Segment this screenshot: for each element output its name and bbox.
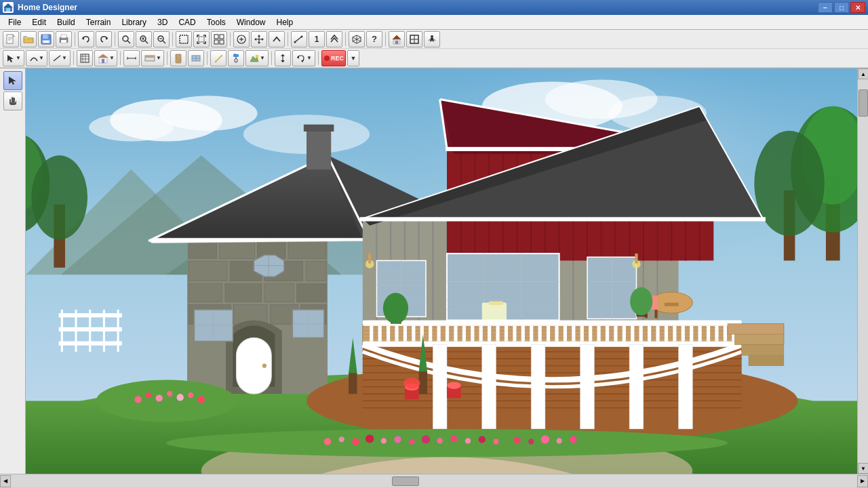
svg-rect-263 — [446, 326, 449, 342]
svg-point-321 — [146, 392, 151, 398]
minimize-button[interactable]: − — [818, 2, 833, 13]
h-scroll-right-arrow[interactable]: ▶ — [857, 475, 868, 487]
h-scroll-thumb[interactable] — [392, 476, 419, 486]
add-button[interactable] — [233, 31, 250, 47]
paint-button[interactable] — [228, 50, 244, 66]
svg-rect-31 — [220, 35, 224, 39]
door-button[interactable] — [170, 50, 186, 66]
svg-rect-258 — [403, 326, 407, 342]
menu-terrain[interactable]: Terrain — [81, 16, 117, 28]
fit-button[interactable] — [193, 31, 210, 47]
pan-button[interactable] — [251, 31, 267, 47]
select-box-button[interactable] — [176, 31, 192, 47]
line-button[interactable] — [291, 31, 307, 47]
menu-file[interactable]: File — [3, 16, 26, 28]
room-button[interactable]: ▼ — [94, 50, 117, 66]
svg-point-110 — [31, 155, 87, 239]
hand-button[interactable] — [3, 92, 22, 110]
canvas-scrollbar: ▲ ▼ — [857, 68, 868, 474]
scroll-down-arrow[interactable]: ▼ — [858, 463, 868, 474]
wall-button[interactable]: ▼ — [141, 50, 164, 66]
svg-rect-28 — [180, 35, 188, 43]
elevation-button[interactable] — [275, 50, 291, 66]
svg-rect-138 — [264, 284, 294, 302]
search-button[interactable] — [118, 31, 134, 47]
scroll-up-arrow[interactable]: ▲ — [858, 68, 868, 79]
zoom-fit-button[interactable] — [211, 31, 227, 47]
select-tool-button[interactable]: ▼ — [3, 50, 24, 66]
menu-3d[interactable]: 3D — [152, 16, 173, 28]
up-arrow-button[interactable] — [269, 31, 285, 47]
3d-view-button[interactable] — [349, 31, 365, 47]
menu-build[interactable]: Build — [52, 16, 81, 28]
window-button[interactable] — [188, 50, 204, 66]
menu-library[interactable]: Library — [116, 16, 152, 28]
menu-help[interactable]: Help — [271, 16, 298, 28]
svg-rect-123 — [59, 342, 122, 346]
svg-marker-87 — [297, 56, 299, 59]
arc-tool-button[interactable]: ▼ — [26, 50, 47, 66]
svg-point-326 — [198, 396, 205, 403]
svg-rect-149 — [194, 310, 233, 342]
svg-point-335 — [366, 434, 374, 443]
svg-rect-16 — [60, 39, 62, 40]
toolbar-area: 1 ? ▼ ▼ — [0, 30, 868, 68]
app-icon — [3, 2, 14, 13]
terrain-button[interactable]: ▼ — [245, 50, 269, 66]
redo-button[interactable] — [96, 31, 112, 47]
line-tool-button[interactable]: ▼ — [49, 50, 71, 66]
title-bar: Home Designer − □ ✕ — [0, 0, 868, 15]
h-scroll-left-arrow[interactable]: ◀ — [0, 475, 11, 487]
zoom-out-button[interactable] — [153, 31, 170, 47]
svg-rect-287 — [648, 326, 651, 342]
menu-edit[interactable]: Edit — [26, 16, 52, 28]
svg-marker-90 — [9, 77, 16, 85]
menu-cad[interactable]: CAD — [173, 16, 201, 28]
svg-rect-268 — [488, 326, 491, 342]
rotate-button[interactable]: ▼ — [292, 50, 315, 66]
close-button[interactable]: ✕ — [850, 2, 865, 13]
record-button[interactable]: REC — [321, 50, 346, 66]
undo-button[interactable] — [78, 31, 94, 47]
menu-window[interactable]: Window — [231, 16, 271, 28]
svg-rect-9 — [43, 35, 48, 39]
svg-rect-132 — [189, 262, 227, 281]
maximize-button[interactable]: □ — [834, 2, 849, 13]
svg-marker-1 — [3, 3, 13, 7]
svg-rect-254 — [370, 326, 373, 342]
save-button[interactable] — [38, 31, 54, 47]
open-button[interactable] — [20, 31, 37, 47]
menu-tools[interactable]: Tools — [201, 16, 231, 28]
svg-point-42 — [294, 41, 296, 43]
svg-line-59 — [54, 56, 60, 61]
svg-rect-291 — [682, 326, 685, 342]
svg-rect-279 — [580, 326, 584, 342]
rec-dropdown-button[interactable]: ▼ — [347, 50, 359, 66]
draw-button[interactable] — [210, 50, 226, 66]
svg-rect-15 — [61, 40, 66, 43]
num1-button[interactable]: 1 — [309, 31, 325, 47]
main-area: ▲ ▼ — [0, 68, 868, 474]
svg-rect-30 — [214, 35, 218, 39]
zoom-in-button[interactable] — [136, 31, 152, 47]
new-button[interactable] — [3, 31, 19, 47]
svg-point-340 — [437, 438, 443, 443]
svg-point-83 — [256, 55, 258, 58]
grid-button[interactable] — [77, 50, 93, 66]
dimension-button[interactable] — [123, 50, 140, 66]
svg-rect-289 — [665, 326, 668, 342]
select-lp-button[interactable] — [3, 71, 22, 90]
sep-7 — [385, 33, 386, 46]
floor-plan-button[interactable] — [406, 31, 422, 47]
chevron-up-button[interactable] — [326, 31, 342, 47]
svg-point-19 — [123, 36, 128, 41]
svg-rect-264 — [454, 326, 457, 342]
svg-rect-161 — [304, 125, 334, 131]
help-button[interactable]: ? — [366, 31, 382, 47]
svg-rect-33 — [220, 40, 224, 44]
walkthrough-button[interactable] — [424, 31, 440, 47]
print-button[interactable] — [56, 31, 72, 47]
scroll-thumb[interactable] — [859, 89, 868, 117]
svg-point-349 — [570, 436, 576, 443]
exterior-button[interactable] — [389, 31, 405, 47]
